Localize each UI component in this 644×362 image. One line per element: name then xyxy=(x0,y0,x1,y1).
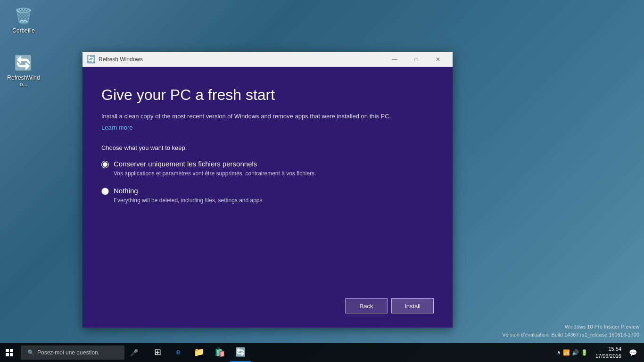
desktop-icon-recycle-bin[interactable]: 🗑️ Corbeille xyxy=(5,5,42,36)
maximize-button[interactable]: □ xyxy=(405,52,427,67)
chevron-up-icon[interactable]: ∧ xyxy=(557,349,561,356)
option-keep-files-desc: Vos applications et paramètres vont être… xyxy=(114,170,316,178)
search-placeholder: Posez-moi une question. xyxy=(37,349,99,356)
desktop: 🗑️ Corbeille 🔄 RefreshWindo... 🔄 Refresh… xyxy=(0,0,644,362)
dialog-title-icon: 🔄 xyxy=(86,55,96,64)
back-button[interactable]: Back xyxy=(345,298,388,313)
option-keep-files-label: Conserver uniquement les fichiers person… xyxy=(114,160,316,168)
titlebar-controls: — □ ✕ xyxy=(384,52,449,67)
dialog-content: Give your PC a fresh start Install a cle… xyxy=(83,67,453,328)
taskbar-task-view[interactable]: ⊞ xyxy=(147,343,168,362)
choose-label: Choose what you want to keep: xyxy=(101,144,434,151)
svg-rect-1 xyxy=(10,349,13,352)
svg-rect-2 xyxy=(6,353,9,356)
mic-button[interactable]: 🎤 xyxy=(124,343,143,362)
refresh-windows-icon: 🔄 xyxy=(14,54,33,73)
dialog-titlebar: 🔄 Refresh Windows — □ ✕ xyxy=(83,52,453,67)
search-icon: 🔍 xyxy=(27,349,34,356)
dialog-heading: Give your PC a fresh start xyxy=(101,86,434,104)
dialog-footer: Back Install xyxy=(101,289,434,313)
start-button[interactable] xyxy=(0,343,19,362)
battery-icon: 🔋 xyxy=(581,349,588,356)
systray: ∧ 📶 🔊 🔋 xyxy=(553,349,592,356)
taskbar-right: ∧ 📶 🔊 🔋 15:54 17/06/2016 💬 xyxy=(553,343,644,362)
refresh-windows-dialog: 🔄 Refresh Windows — □ ✕ Give your PC a f… xyxy=(83,52,453,328)
radio-nothing[interactable] xyxy=(101,188,109,195)
radio-keep-files[interactable] xyxy=(101,161,109,168)
minimize-button[interactable]: — xyxy=(384,52,405,67)
clock-date: 17/06/2016 xyxy=(595,353,621,360)
taskbar-apps: ⊞ e 📁 🛍️ 🔄 xyxy=(147,343,251,362)
recycle-bin-label: Corbeille xyxy=(12,27,34,34)
taskbar-refresh-app[interactable]: 🔄 xyxy=(230,343,251,362)
option-nothing-desc: Everything will be deleted, including fi… xyxy=(114,197,264,205)
refresh-windows-label: RefreshWindo... xyxy=(7,74,41,88)
option-nothing-content: Nothing Everything will be deleted, incl… xyxy=(114,187,264,205)
taskbar-search[interactable]: 🔍 Posez-moi une question. xyxy=(21,346,124,360)
learn-more-link[interactable]: Learn more xyxy=(101,124,434,131)
volume-icon[interactable]: 🔊 xyxy=(572,349,579,356)
clock-time: 15:54 xyxy=(595,346,621,353)
taskbar-file-explorer[interactable]: 📁 xyxy=(189,343,209,362)
close-button[interactable]: ✕ xyxy=(427,52,449,67)
taskbar-clock[interactable]: 15:54 17/06/2016 xyxy=(592,346,625,360)
desktop-icon-refresh-windows[interactable]: 🔄 RefreshWindo... xyxy=(5,52,42,90)
recycle-bin-icon: 🗑️ xyxy=(14,7,33,25)
network-icon: 📶 xyxy=(563,349,570,356)
option-keep-files: Conserver uniquement les fichiers person… xyxy=(101,160,434,178)
svg-rect-0 xyxy=(6,349,9,352)
watermark-line1: Windows 10 Pro Insider Preview xyxy=(502,323,639,331)
taskbar-store[interactable]: 🛍️ xyxy=(209,343,230,362)
option-nothing: Nothing Everything will be deleted, incl… xyxy=(101,187,434,205)
taskbar-edge[interactable]: e xyxy=(168,343,189,362)
install-button[interactable]: Install xyxy=(391,298,434,313)
dialog-subtitle: Install a clean copy of the most recent … xyxy=(101,112,434,121)
option-nothing-label: Nothing xyxy=(114,187,264,195)
dialog-title-text: Refresh Windows xyxy=(99,56,384,63)
taskbar: 🔍 Posez-moi une question. 🎤 ⊞ e 📁 🛍️ 🔄 ∧… xyxy=(0,343,644,362)
notification-center-button[interactable]: 💬 xyxy=(625,343,640,362)
svg-rect-3 xyxy=(10,353,13,356)
watermark-line2: Version d'évaluation. Build 14367.rs1_re… xyxy=(502,331,639,339)
option-keep-files-content: Conserver uniquement les fichiers person… xyxy=(114,160,316,178)
win-watermark: Windows 10 Pro Insider Preview Version d… xyxy=(502,323,639,338)
